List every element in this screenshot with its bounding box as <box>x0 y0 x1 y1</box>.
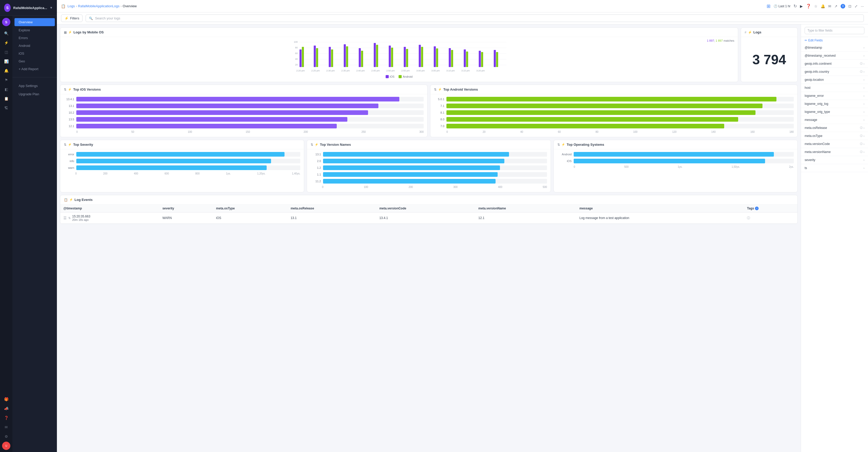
megaphone-icon[interactable]: 📣 <box>2 404 10 413</box>
infrastructure-icon[interactable]: 🏗 <box>2 104 10 112</box>
grid-icon[interactable]: ◫ <box>3 48 10 56</box>
sidebar-item-app-settings[interactable]: App Settings <box>14 82 55 90</box>
field-meta-versioncode[interactable]: meta.versionCode ⓘ › <box>801 140 868 148</box>
settings-icon[interactable]: ⚙ <box>3 432 10 441</box>
sidebar-item-android[interactable]: Android <box>14 42 55 50</box>
android-bar-1: 5.0.1 <box>434 97 794 102</box>
edit-icon: ✏ <box>805 38 807 42</box>
field-host[interactable]: host › <box>801 84 868 92</box>
field-info-geoip-country[interactable]: ⓘ <box>860 70 863 74</box>
search-box[interactable]: 🔍 <box>86 15 864 22</box>
sidebar-item-errors[interactable]: Errors <box>14 34 55 42</box>
sort-icon-android: ⇅ <box>434 88 437 91</box>
edit-fields-button[interactable]: ✏ Edit Fields <box>801 37 868 44</box>
star-icon[interactable]: ☆ <box>814 4 817 8</box>
refresh-icon[interactable]: ↻ <box>794 4 797 8</box>
version-fill-2 <box>323 159 504 163</box>
ios-matches: 1 897 <box>707 39 714 42</box>
breadcrumb-logs[interactable]: Logs <box>67 4 75 8</box>
top-ios-header: ⇅ ⚡ Top iOS Versions <box>60 85 427 94</box>
top-ios-card: ⇅ ⚡ Top iOS Versions 13.4.1 13.1 <box>60 85 428 137</box>
database-icon[interactable]: ◧ <box>3 85 10 93</box>
field-meta-ostype[interactable]: meta.osType ⓘ › <box>801 132 868 140</box>
app-dropdown-icon[interactable]: ▼ <box>50 6 53 9</box>
filter-chart-icon: ⚡ <box>68 31 72 34</box>
help-icon[interactable]: ❓ <box>2 414 10 422</box>
clock-icon: 🕐 <box>774 4 777 8</box>
expand-icon[interactable]: ⊡ <box>848 4 851 8</box>
sidebar-item-explore[interactable]: Explore <box>14 26 55 34</box>
alert-icon[interactable]: 🔔 <box>821 4 825 8</box>
field-info-meta-osrelease[interactable]: ⓘ <box>860 126 863 130</box>
logo-small[interactable]: S <box>2 18 10 26</box>
svg-rect-16 <box>344 44 346 67</box>
gift-icon[interactable]: 🎁 <box>2 395 10 403</box>
chart-icon[interactable]: 📊 <box>2 57 10 65</box>
row-info-icon[interactable]: ⓘ <box>747 216 750 220</box>
sidebar-item-overview[interactable]: Overview <box>14 18 55 26</box>
svg-text:2:50 pm: 2:50 pm <box>386 69 395 72</box>
share-icon[interactable]: ↗ <box>834 4 837 8</box>
field-name-ts: ts <box>805 166 864 170</box>
android-axis: 0 20 40 60 80 100 120 140 160 180 <box>434 131 794 133</box>
row-expand-icon[interactable]: ☰ <box>63 216 67 220</box>
timestamp-ago: 20m 18s ago <box>72 218 90 221</box>
field-logsene-orig-log[interactable]: logsene_orig_log › <box>801 100 868 108</box>
field-filter-input[interactable] <box>805 27 864 34</box>
sidebar-item-geo[interactable]: Geo <box>14 57 55 65</box>
severity-axis-1k: 1ys. <box>226 172 231 175</box>
severity-axis-400: 400 <box>134 172 138 175</box>
mail-topbar-icon[interactable]: ✉ <box>828 4 831 8</box>
field-timestamp[interactable]: @timestamp › <box>801 44 868 52</box>
notification-count[interactable]: 0 <box>841 4 845 8</box>
logs-breadcrumb-icon: 📋 <box>61 4 65 8</box>
version-label-1: 13.1 <box>311 153 321 156</box>
breadcrumb-app[interactable]: RafalMobileApplicationLogs <box>78 4 120 8</box>
apps-grid-icon[interactable]: ⊞ <box>767 3 771 9</box>
field-ts[interactable]: ts › <box>801 164 868 172</box>
android-label: Android <box>19 44 30 48</box>
mail-icon[interactable]: ✉ <box>3 423 10 431</box>
field-message[interactable]: message › <box>801 116 868 124</box>
android-fill-2 <box>446 104 763 108</box>
svg-rect-24 <box>404 47 406 67</box>
add-report-button[interactable]: + Add Report <box>14 65 55 73</box>
field-timestamp-received[interactable]: @timestamp_received › <box>801 52 868 60</box>
field-name-geoip-location: geoip.location <box>805 78 864 82</box>
lightning-icon[interactable]: ⚡ <box>2 38 10 47</box>
field-severity[interactable]: severity › <box>801 156 868 164</box>
search-input[interactable] <box>95 16 861 20</box>
more-icon[interactable]: ··· <box>861 4 864 8</box>
help-topbar-icon[interactable]: ❓ <box>806 4 811 8</box>
bell-icon[interactable]: 🔔 <box>2 66 10 75</box>
svg-rect-22 <box>389 46 391 67</box>
field-info-geoip-continent[interactable]: ⓘ <box>860 62 863 65</box>
field-meta-versionname[interactable]: meta.versionName ⓘ › <box>801 148 868 156</box>
field-logsene-error[interactable]: logsene_error › <box>801 92 868 100</box>
field-meta-osrelease[interactable]: meta.osRelease ⓘ › <box>801 124 868 132</box>
time-selector[interactable]: 🕐 Last 1 hr <box>774 4 790 8</box>
field-geoip-country[interactable]: geoip.info.country ⓘ › <box>801 68 868 76</box>
os-axis-2k: 2ys. <box>789 165 794 168</box>
row-sort-icon[interactable]: ⇅ <box>68 217 71 220</box>
field-info-meta-ostype[interactable]: ⓘ <box>860 134 863 138</box>
logs-icon[interactable]: 📋 <box>2 94 10 103</box>
ios-track-4 <box>76 117 424 122</box>
hash-icon: # <box>745 31 746 34</box>
fullscreen-icon[interactable]: ⤢ <box>855 4 858 8</box>
user-avatar[interactable]: U <box>2 442 10 450</box>
field-chevron-meta-versioncode: › <box>864 143 864 145</box>
sidebar-item-ios[interactable]: iOS <box>14 50 55 57</box>
right-panel: ✏ Edit Fields @timestamp › @timestamp_re… <box>801 24 868 452</box>
field-logsene-orig-type[interactable]: logsene_orig_type › <box>801 108 868 116</box>
field-geoip-continent[interactable]: geoip.info.continent ⓘ › <box>801 60 868 68</box>
filter-button[interactable]: ⚡ Filters <box>61 15 83 22</box>
play-icon[interactable]: ▶ <box>800 4 803 8</box>
severity-track-2 <box>76 159 300 163</box>
flag-icon[interactable]: ⚑ <box>3 76 10 84</box>
field-geoip-location[interactable]: geoip.location › <box>801 76 868 84</box>
sidebar-item-upgrade-plan[interactable]: Upgrade Plan <box>14 90 55 98</box>
field-info-meta-versioncode[interactable]: ⓘ <box>860 142 863 146</box>
search-icon[interactable]: 🔍 <box>2 29 10 37</box>
field-info-meta-versionname[interactable]: ⓘ <box>860 150 863 154</box>
